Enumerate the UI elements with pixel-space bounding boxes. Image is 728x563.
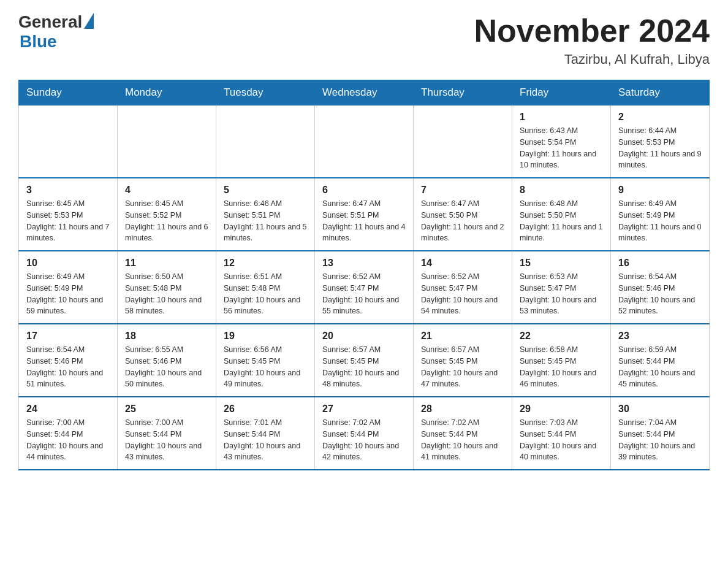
calendar-cell: 12Sunrise: 6:51 AM Sunset: 5:48 PM Dayli… — [216, 251, 315, 324]
calendar-cell: 30Sunrise: 7:04 AM Sunset: 5:44 PM Dayli… — [611, 397, 710, 470]
day-info: Sunrise: 6:45 AM Sunset: 5:53 PM Dayligh… — [26, 198, 110, 244]
day-info: Sunrise: 7:04 AM Sunset: 5:44 PM Dayligh… — [618, 417, 702, 463]
day-info: Sunrise: 7:03 AM Sunset: 5:44 PM Dayligh… — [520, 417, 603, 463]
calendar-week-row: 1Sunrise: 6:43 AM Sunset: 5:54 PM Daylig… — [19, 105, 710, 178]
calendar-cell: 25Sunrise: 7:00 AM Sunset: 5:44 PM Dayli… — [118, 397, 216, 470]
calendar-cell: 23Sunrise: 6:59 AM Sunset: 5:44 PM Dayli… — [611, 324, 710, 397]
calendar-cell: 8Sunrise: 6:48 AM Sunset: 5:50 PM Daylig… — [512, 178, 611, 251]
day-number: 4 — [125, 185, 208, 196]
day-info: Sunrise: 6:47 AM Sunset: 5:50 PM Dayligh… — [421, 198, 504, 244]
day-number: 5 — [224, 185, 307, 196]
calendar-cell: 29Sunrise: 7:03 AM Sunset: 5:44 PM Dayli… — [512, 397, 611, 470]
calendar-cell — [118, 105, 216, 178]
day-of-week-sunday: Sunday — [19, 80, 118, 105]
calendar-cell: 5Sunrise: 6:46 AM Sunset: 5:51 PM Daylig… — [216, 178, 315, 251]
day-number: 22 — [520, 331, 603, 342]
day-number: 29 — [520, 404, 603, 415]
day-number: 3 — [26, 185, 110, 196]
day-number: 23 — [618, 331, 702, 342]
day-number: 28 — [421, 404, 504, 415]
day-info: Sunrise: 6:45 AM Sunset: 5:52 PM Dayligh… — [125, 198, 208, 244]
day-number: 8 — [520, 185, 603, 196]
day-number: 2 — [618, 112, 702, 123]
day-number: 30 — [618, 404, 702, 415]
calendar-cell: 14Sunrise: 6:52 AM Sunset: 5:47 PM Dayli… — [414, 251, 512, 324]
calendar-cell: 11Sunrise: 6:50 AM Sunset: 5:48 PM Dayli… — [118, 251, 216, 324]
calendar-cell — [414, 105, 512, 178]
day-info: Sunrise: 6:53 AM Sunset: 5:47 PM Dayligh… — [520, 271, 603, 317]
month-title: November 2024 — [474, 12, 710, 49]
day-info: Sunrise: 6:58 AM Sunset: 5:45 PM Dayligh… — [520, 344, 603, 390]
day-number: 15 — [520, 258, 603, 269]
day-info: Sunrise: 7:02 AM Sunset: 5:44 PM Dayligh… — [322, 417, 406, 463]
day-info: Sunrise: 6:59 AM Sunset: 5:44 PM Dayligh… — [618, 344, 702, 390]
day-number: 24 — [26, 404, 110, 415]
day-number: 17 — [26, 331, 110, 342]
page-header: General Blue November 2024 Tazirbu, Al K… — [18, 12, 710, 67]
day-number: 10 — [26, 258, 110, 269]
day-number: 21 — [421, 331, 504, 342]
calendar-cell — [315, 105, 414, 178]
day-info: Sunrise: 6:56 AM Sunset: 5:45 PM Dayligh… — [224, 344, 307, 390]
calendar-cell: 17Sunrise: 6:54 AM Sunset: 5:46 PM Dayli… — [19, 324, 118, 397]
calendar-cell: 22Sunrise: 6:58 AM Sunset: 5:45 PM Dayli… — [512, 324, 611, 397]
day-info: Sunrise: 6:51 AM Sunset: 5:48 PM Dayligh… — [224, 271, 307, 317]
day-number: 13 — [322, 258, 406, 269]
calendar-cell: 19Sunrise: 6:56 AM Sunset: 5:45 PM Dayli… — [216, 324, 315, 397]
calendar-cell: 28Sunrise: 7:02 AM Sunset: 5:44 PM Dayli… — [414, 397, 512, 470]
day-info: Sunrise: 6:47 AM Sunset: 5:51 PM Dayligh… — [322, 198, 406, 244]
day-number: 9 — [618, 185, 702, 196]
day-of-week-thursday: Thursday — [414, 80, 512, 105]
calendar-cell: 24Sunrise: 7:00 AM Sunset: 5:44 PM Dayli… — [19, 397, 118, 470]
day-of-week-friday: Friday — [512, 80, 611, 105]
calendar-week-row: 3Sunrise: 6:45 AM Sunset: 5:53 PM Daylig… — [19, 178, 710, 251]
calendar-cell: 10Sunrise: 6:49 AM Sunset: 5:49 PM Dayli… — [19, 251, 118, 324]
calendar-cell: 3Sunrise: 6:45 AM Sunset: 5:53 PM Daylig… — [19, 178, 118, 251]
calendar-cell: 7Sunrise: 6:47 AM Sunset: 5:50 PM Daylig… — [414, 178, 512, 251]
day-info: Sunrise: 7:02 AM Sunset: 5:44 PM Dayligh… — [421, 417, 504, 463]
location: Tazirbu, Al Kufrah, Libya — [474, 52, 710, 67]
day-info: Sunrise: 6:49 AM Sunset: 5:49 PM Dayligh… — [26, 271, 110, 317]
calendar-cell — [19, 105, 118, 178]
day-number: 25 — [125, 404, 208, 415]
day-number: 18 — [125, 331, 208, 342]
day-of-week-wednesday: Wednesday — [315, 80, 414, 105]
day-info: Sunrise: 6:57 AM Sunset: 5:45 PM Dayligh… — [421, 344, 504, 390]
logo-arrow-icon — [84, 13, 94, 29]
day-info: Sunrise: 6:57 AM Sunset: 5:45 PM Dayligh… — [322, 344, 406, 390]
day-info: Sunrise: 7:01 AM Sunset: 5:44 PM Dayligh… — [224, 417, 307, 463]
day-of-week-tuesday: Tuesday — [216, 80, 315, 105]
day-number: 26 — [224, 404, 307, 415]
day-number: 7 — [421, 185, 504, 196]
calendar-table: SundayMondayTuesdayWednesdayThursdayFrid… — [18, 80, 710, 470]
calendar-cell — [216, 105, 315, 178]
day-number: 16 — [618, 258, 702, 269]
calendar-cell: 18Sunrise: 6:55 AM Sunset: 5:46 PM Dayli… — [118, 324, 216, 397]
calendar-cell: 2Sunrise: 6:44 AM Sunset: 5:53 PM Daylig… — [611, 105, 710, 178]
day-number: 20 — [322, 331, 406, 342]
day-info: Sunrise: 6:52 AM Sunset: 5:47 PM Dayligh… — [421, 271, 504, 317]
day-of-week-monday: Monday — [118, 80, 216, 105]
day-number: 27 — [322, 404, 406, 415]
day-info: Sunrise: 6:49 AM Sunset: 5:49 PM Dayligh… — [618, 198, 702, 244]
day-info: Sunrise: 6:54 AM Sunset: 5:46 PM Dayligh… — [26, 344, 110, 390]
day-number: 1 — [520, 112, 603, 123]
calendar-cell: 9Sunrise: 6:49 AM Sunset: 5:49 PM Daylig… — [611, 178, 710, 251]
calendar-cell: 15Sunrise: 6:53 AM Sunset: 5:47 PM Dayli… — [512, 251, 611, 324]
day-number: 11 — [125, 258, 208, 269]
calendar-cell: 21Sunrise: 6:57 AM Sunset: 5:45 PM Dayli… — [414, 324, 512, 397]
calendar-cell: 27Sunrise: 7:02 AM Sunset: 5:44 PM Dayli… — [315, 397, 414, 470]
day-number: 6 — [322, 185, 406, 196]
day-info: Sunrise: 6:48 AM Sunset: 5:50 PM Dayligh… — [520, 198, 603, 244]
calendar-cell: 16Sunrise: 6:54 AM Sunset: 5:46 PM Dayli… — [611, 251, 710, 324]
day-info: Sunrise: 6:54 AM Sunset: 5:46 PM Dayligh… — [618, 271, 702, 317]
day-info: Sunrise: 6:52 AM Sunset: 5:47 PM Dayligh… — [322, 271, 406, 317]
logo: General Blue — [18, 12, 94, 52]
calendar-header-row: SundayMondayTuesdayWednesdayThursdayFrid… — [19, 80, 710, 105]
day-number: 19 — [224, 331, 307, 342]
day-info: Sunrise: 7:00 AM Sunset: 5:44 PM Dayligh… — [26, 417, 110, 463]
calendar-week-row: 24Sunrise: 7:00 AM Sunset: 5:44 PM Dayli… — [19, 397, 710, 470]
calendar-cell: 20Sunrise: 6:57 AM Sunset: 5:45 PM Dayli… — [315, 324, 414, 397]
day-info: Sunrise: 6:44 AM Sunset: 5:53 PM Dayligh… — [618, 125, 702, 171]
day-info: Sunrise: 6:55 AM Sunset: 5:46 PM Dayligh… — [125, 344, 208, 390]
